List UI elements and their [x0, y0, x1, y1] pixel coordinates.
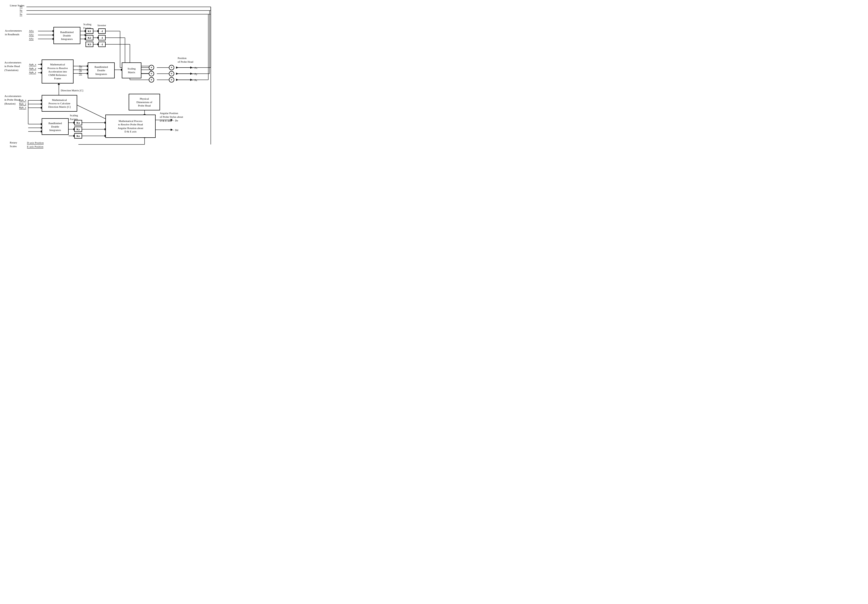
svg-marker-62	[176, 66, 178, 68]
sum1-circle: +	[149, 65, 154, 70]
sy-label: Sy	[20, 9, 23, 12]
aphy-label: Aph_y	[29, 67, 36, 70]
scaling-factors2-label: ScalingFactors	[70, 114, 78, 121]
dd-label: → Dd	[172, 128, 178, 132]
sum4-circle: +	[169, 65, 174, 70]
pos-probe-head-label: Positionof Probe Head	[178, 56, 193, 64]
inv2-block: -1	[98, 35, 105, 40]
ay-label: Ay	[79, 68, 82, 72]
asx-label: ASx	[29, 29, 34, 33]
svg-marker-68	[176, 79, 178, 81]
math-process1-block: MathematicalProcess to ResolveAccelerati…	[42, 60, 73, 83]
svg-line-111	[76, 105, 105, 119]
aphz-label: Aph_z	[29, 71, 36, 74]
inverter-label: Inverter	[98, 23, 106, 27]
asz-label: ASz	[29, 37, 34, 41]
math-process2-block: MathematicalProcess to CalculateDirectio…	[42, 95, 77, 112]
ax-label: Ax	[79, 65, 82, 68]
py-label: → Py	[191, 72, 197, 76]
rotary-scales-label: RotaryScales	[10, 141, 17, 148]
inv1-block: -1	[98, 28, 105, 34]
bandlimited3-block: BandlimitedDoubleIntegrators	[42, 118, 69, 135]
acc-probe-rot-label: Accelerometersin Probe Head(Rotation)	[5, 94, 21, 105]
rphx-label: Rph_x	[19, 99, 26, 102]
de-label: → De	[172, 119, 178, 122]
phys-dim-block: PhysicalDimensions ofProbe Head	[129, 94, 160, 110]
px-label: → Px	[191, 66, 197, 70]
rphz-label: Rph_z	[19, 106, 26, 110]
sx-label: Sx	[20, 5, 23, 8]
d-axis-label: D-axis Position	[27, 141, 43, 145]
aphx-label: Aph_x	[29, 63, 36, 66]
ky-block: Ky	[74, 127, 82, 132]
kz-block: Kz	[74, 133, 82, 139]
k1-block: K1	[85, 28, 93, 34]
sum2-circle: +	[149, 71, 154, 76]
scaling-matrix-block: ScalingMatrix	[122, 62, 141, 78]
sum6-circle: +	[169, 77, 174, 82]
acc-readheads-label: Accelerometersin Readheads	[5, 29, 22, 37]
acc-probe-trans-label: Accelerometersin Probe Head(Translation)	[5, 61, 21, 72]
bandlimited1-block: BandlimitedDoubleIntegrators	[53, 27, 81, 44]
k3-block: K3	[85, 42, 93, 47]
math-process3-block: Mathematical Processto Resolve Probe Hea…	[105, 114, 156, 138]
asy-label: ASy	[29, 33, 34, 37]
inv3-block: -1	[98, 42, 105, 47]
sum5-circle: +	[169, 71, 174, 76]
k2-block: K2	[85, 35, 93, 40]
bandlimited2-block: BandlimitedDoubleIntegrators	[88, 62, 115, 78]
diagram: Linear Scales Sx Sy Sz ScalingFactors In…	[0, 0, 220, 153]
sz-label: Sz	[20, 13, 22, 16]
e-axis-label: E-axis Position	[27, 145, 43, 148]
az-label: Az	[79, 72, 82, 76]
rphy-label: Rph_y	[19, 102, 26, 106]
direction-matrix-label: Direction Matrix [C]	[61, 89, 83, 92]
pz-label: → Pz	[191, 78, 197, 82]
sum3-circle: +	[149, 77, 154, 82]
svg-marker-65	[176, 73, 178, 75]
